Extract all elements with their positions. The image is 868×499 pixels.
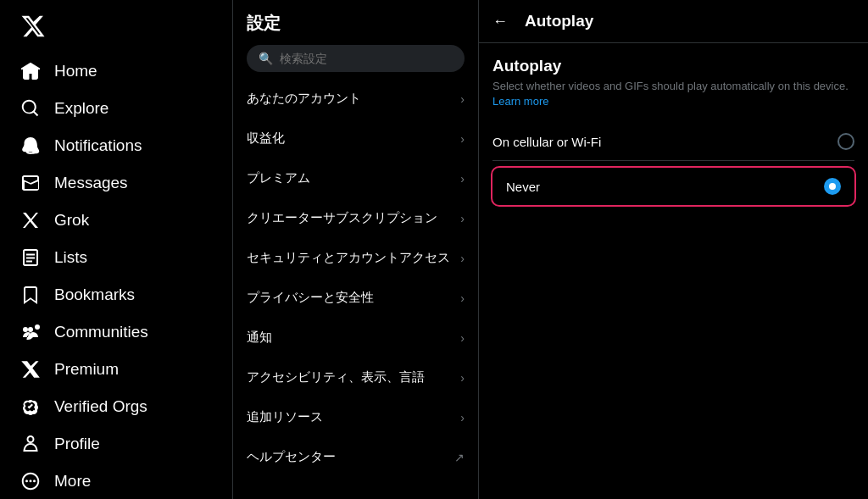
sidebar-item-notifications-label: Notifications bbox=[54, 136, 142, 155]
autoplay-cellular-label: On cellular or Wi-Fi bbox=[492, 135, 601, 149]
radio-never[interactable] bbox=[824, 178, 841, 195]
x-logo-icon bbox=[20, 14, 46, 39]
settings-item-privacy-label: プライバシーと安全性 bbox=[247, 290, 460, 306]
logo[interactable] bbox=[10, 7, 222, 49]
autoplay-never-label: Never bbox=[506, 180, 540, 194]
settings-item-privacy[interactable]: プライバシーと安全性 › bbox=[233, 278, 478, 318]
sidebar-item-grok-label: Grok bbox=[54, 211, 89, 230]
chevron-right-icon: › bbox=[460, 172, 465, 186]
settings-item-monetization[interactable]: 収益化 › bbox=[233, 119, 478, 158]
settings-item-notifications-label: 通知 bbox=[247, 330, 460, 346]
chevron-right-icon: › bbox=[460, 92, 465, 106]
envelope-icon bbox=[20, 173, 41, 193]
right-header: ← Autoplay bbox=[479, 0, 868, 43]
autoplay-section-desc: Select whether videos and GIFs should pl… bbox=[492, 79, 854, 109]
sidebar-item-more-label: More bbox=[54, 472, 91, 491]
external-link-icon: ↗ bbox=[454, 451, 465, 464]
sidebar-item-home[interactable]: Home bbox=[10, 53, 222, 90]
sidebar-item-explore-label: Explore bbox=[54, 99, 108, 118]
learn-more-link[interactable]: Learn more bbox=[492, 95, 548, 108]
sidebar-item-communities-label: Communities bbox=[54, 323, 148, 341]
list-icon bbox=[20, 247, 41, 268]
chevron-right-icon: › bbox=[460, 132, 465, 146]
settings-item-additional[interactable]: 追加リソース › bbox=[233, 397, 478, 437]
bell-icon bbox=[20, 136, 41, 156]
radio-cellular[interactable] bbox=[837, 133, 854, 150]
settings-panel: 設定 🔍 あなたのアカウント › 収益化 › プレミアム › クリエーターサブス… bbox=[233, 0, 479, 499]
chevron-right-icon: › bbox=[460, 291, 465, 305]
bookmark-icon bbox=[20, 285, 41, 305]
home-icon bbox=[20, 61, 41, 81]
back-button[interactable]: ← bbox=[492, 13, 508, 30]
settings-item-account[interactable]: あなたのアカウント › bbox=[233, 79, 478, 119]
chevron-right-icon: › bbox=[460, 411, 465, 424]
sidebar-item-notifications[interactable]: Notifications bbox=[10, 127, 222, 164]
autoplay-section-title: Autoplay bbox=[492, 57, 854, 75]
settings-title: 設定 bbox=[233, 0, 478, 42]
sidebar-item-more[interactable]: More bbox=[10, 463, 222, 499]
autoplay-option-never[interactable]: Never bbox=[492, 168, 854, 205]
settings-item-creator-label: クリエーターサブスクリプション bbox=[247, 210, 460, 226]
settings-item-monetization-label: 収益化 bbox=[247, 130, 460, 147]
right-panel-title: Autoplay bbox=[525, 12, 593, 30]
person-icon bbox=[20, 434, 41, 454]
settings-item-creator[interactable]: クリエーターサブスクリプション › bbox=[233, 198, 478, 238]
settings-item-additional-label: 追加リソース bbox=[247, 409, 460, 425]
search-icon: 🔍 bbox=[259, 52, 273, 65]
settings-item-help[interactable]: ヘルプセンター ↗ bbox=[233, 437, 478, 477]
verified-icon bbox=[20, 396, 41, 417]
communities-icon bbox=[20, 322, 41, 342]
settings-item-premium-label: プレミアム bbox=[247, 170, 460, 186]
sidebar-item-lists-label: Lists bbox=[54, 248, 87, 267]
settings-list: あなたのアカウント › 収益化 › プレミアム › クリエーターサブスクリプショ… bbox=[233, 79, 478, 477]
sidebar-item-messages[interactable]: Messages bbox=[10, 164, 222, 202]
sidebar-item-bookmarks-label: Bookmarks bbox=[54, 286, 135, 304]
sidebar-item-communities[interactable]: Communities bbox=[10, 313, 222, 351]
sidebar-item-verified-orgs-label: Verified Orgs bbox=[54, 397, 147, 416]
chevron-right-icon: › bbox=[460, 212, 465, 225]
settings-item-accessibility[interactable]: アクセシビリティ、表示、言語 › bbox=[233, 358, 478, 397]
sidebar-item-messages-label: Messages bbox=[54, 174, 128, 192]
settings-item-premium[interactable]: プレミアム › bbox=[233, 158, 478, 198]
sidebar: Home Explore Notifications Messages Grok… bbox=[0, 0, 233, 499]
settings-item-account-label: あなたのアカウント bbox=[247, 91, 460, 107]
chevron-right-icon: › bbox=[460, 331, 465, 345]
autoplay-desc-text: Select whether videos and GIFs should pl… bbox=[492, 80, 849, 92]
premium-x-icon bbox=[20, 359, 41, 380]
settings-item-security-label: セキュリティとアカウントアクセス bbox=[247, 250, 460, 266]
sidebar-item-bookmarks[interactable]: Bookmarks bbox=[10, 276, 222, 313]
more-icon bbox=[20, 471, 41, 491]
sidebar-item-grok[interactable]: Grok bbox=[10, 202, 222, 239]
chevron-right-icon: › bbox=[460, 371, 465, 385]
sidebar-item-explore[interactable]: Explore bbox=[10, 90, 222, 127]
search-icon bbox=[20, 98, 41, 119]
sidebar-item-verified-orgs[interactable]: Verified Orgs bbox=[10, 388, 222, 425]
settings-item-security[interactable]: セキュリティとアカウントアクセス › bbox=[233, 238, 478, 278]
settings-item-help-label: ヘルプセンター bbox=[247, 449, 454, 465]
sidebar-item-home-label: Home bbox=[54, 62, 97, 80]
autoplay-content: Autoplay Select whether videos and GIFs … bbox=[479, 43, 868, 219]
autoplay-option-cellular[interactable]: On cellular or Wi-Fi bbox=[492, 123, 854, 161]
sidebar-item-premium-label: Premium bbox=[54, 360, 119, 379]
chevron-right-icon: › bbox=[460, 252, 465, 265]
sidebar-item-profile-label: Profile bbox=[54, 435, 100, 453]
settings-item-notifications[interactable]: 通知 › bbox=[233, 318, 478, 358]
settings-item-accessibility-label: アクセシビリティ、表示、言語 bbox=[247, 369, 460, 385]
sidebar-item-lists[interactable]: Lists bbox=[10, 239, 222, 276]
sidebar-item-profile[interactable]: Profile bbox=[10, 425, 222, 463]
sidebar-item-premium[interactable]: Premium bbox=[10, 351, 222, 388]
grok-icon bbox=[20, 210, 41, 230]
search-input[interactable] bbox=[280, 52, 453, 65]
autoplay-panel: ← Autoplay Autoplay Select whether video… bbox=[479, 0, 868, 499]
search-box[interactable]: 🔍 bbox=[247, 45, 465, 72]
